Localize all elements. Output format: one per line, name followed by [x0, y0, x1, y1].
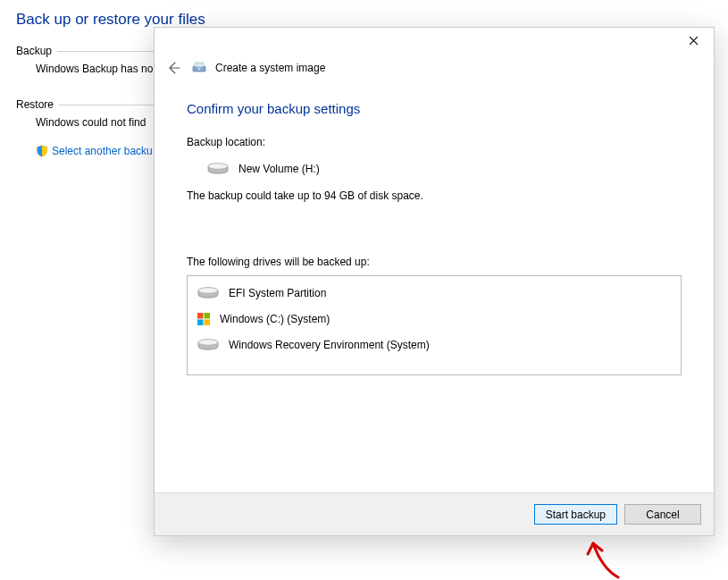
drives-label: The following drives will be backed up: [187, 256, 682, 268]
hard-disk-icon [197, 337, 220, 353]
close-button[interactable] [674, 28, 714, 53]
hard-disk-icon [197, 285, 220, 301]
restore-section-label: Restore [16, 98, 54, 111]
drive-name: EFI System Partition [229, 287, 326, 299]
select-another-backup-link-text: Select another backu [52, 145, 153, 157]
svg-point-4 [208, 164, 228, 169]
create-system-image-dialog: Create a system image Confirm your backu… [154, 27, 715, 536]
dialog-heading: Confirm your backup settings [187, 101, 682, 116]
dialog-body: Confirm your backup settings Backup loca… [155, 87, 714, 492]
svg-point-6 [198, 288, 218, 293]
backup-location-value: New Volume (H:) [238, 163, 320, 175]
select-another-backup-link[interactable]: Select another backu [36, 145, 153, 157]
svg-rect-8 [205, 313, 211, 319]
hard-disk-icon [206, 161, 230, 177]
dialog-title: Create a system image [215, 62, 325, 74]
drive-name: Windows (C:) (System) [220, 313, 330, 325]
arrow-left-icon [166, 61, 180, 75]
annotation-arrow-icon [582, 536, 636, 579]
drive-row: Windows (C:) (System) [188, 307, 681, 332]
dialog-footer: Start backup Cancel [155, 492, 714, 535]
system-image-icon [192, 61, 206, 75]
backup-location-row: New Volume (H:) [187, 161, 682, 177]
dialog-header: Create a system image [155, 53, 714, 87]
back-button[interactable] [163, 58, 183, 78]
backup-size-text: The backup could take up to 94 GB of dis… [187, 189, 682, 202]
svg-rect-10 [205, 320, 211, 326]
shield-icon [36, 145, 48, 157]
drive-row: Windows Recovery Environment (System) [188, 332, 681, 358]
drives-list: EFI System Partition Windows (C:) (Syste… [187, 275, 682, 375]
backup-section-label: Backup [16, 45, 52, 57]
svg-rect-1 [195, 63, 204, 67]
backup-location-label: Backup location: [187, 136, 682, 148]
close-icon [689, 36, 699, 46]
cancel-button[interactable]: Cancel [624, 504, 701, 525]
start-backup-button[interactable]: Start backup [534, 504, 617, 525]
drive-name: Windows Recovery Environment (System) [229, 339, 430, 351]
svg-point-2 [197, 67, 201, 71]
windows-icon [197, 312, 211, 326]
dialog-titlebar [155, 28, 714, 53]
svg-rect-7 [197, 313, 204, 319]
page-title: Back up or restore your files [16, 11, 713, 29]
svg-point-12 [198, 340, 218, 345]
drive-row: EFI System Partition [188, 280, 681, 307]
svg-rect-9 [197, 320, 204, 326]
